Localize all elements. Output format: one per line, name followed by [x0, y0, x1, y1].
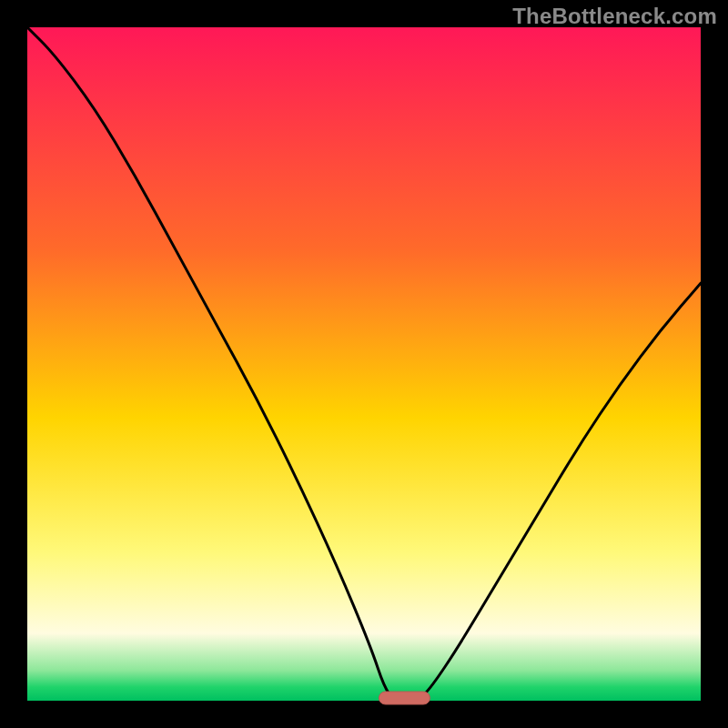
chart-stage: TheBottleneck.com: [0, 0, 728, 728]
plot-background: [27, 27, 701, 701]
bottleneck-chart: [0, 0, 728, 728]
optimal-marker: [379, 692, 430, 704]
watermark-label: TheBottleneck.com: [512, 4, 717, 29]
